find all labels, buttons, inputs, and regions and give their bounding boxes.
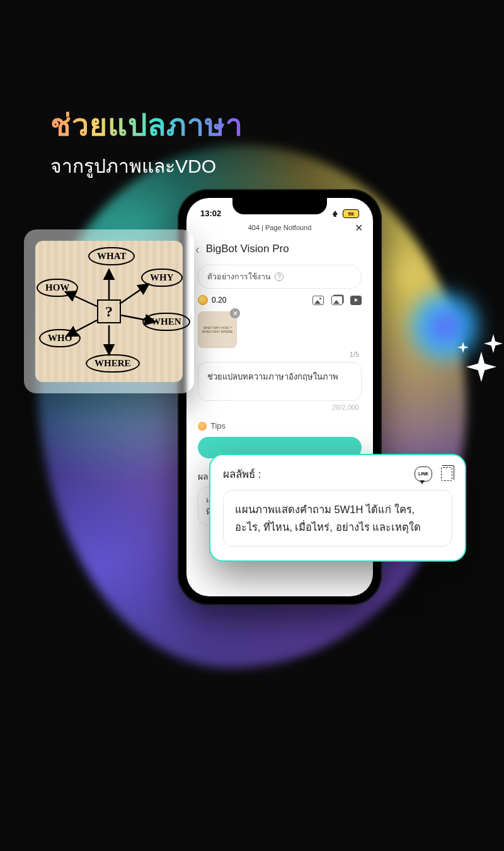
- status-time: 13:02: [200, 209, 221, 218]
- remove-image-icon[interactable]: ✕: [230, 308, 240, 318]
- example-usage-label: ตัวอย่างการใช้งาน: [207, 270, 271, 283]
- prompt-input[interactable]: ช่วยแปลบทความภาษาอังกฤษในภาพ: [198, 362, 362, 401]
- prompt-text: ช่วยแปลบทความภาษาอังกฤษในภาพ: [207, 372, 338, 381]
- share-line-icon[interactable]: LINE: [415, 466, 432, 482]
- hero-headline: ช่วยแปลภาษา จากรูปภาพและVDO: [50, 101, 243, 181]
- copy-icon[interactable]: [441, 467, 452, 481]
- close-icon[interactable]: ✕: [355, 222, 363, 234]
- node-where: WHERE: [86, 354, 140, 373]
- app-header: ‹ BigBot Vision Pro: [186, 236, 373, 262]
- example-usage-button[interactable]: ตัวอย่างการใช้งาน ?: [198, 265, 362, 289]
- lightbulb-icon: [198, 422, 207, 431]
- coin-icon: [198, 295, 208, 305]
- app-title: BigBot Vision Pro: [206, 243, 289, 255]
- upload-video-icon[interactable]: [350, 296, 362, 305]
- thumbnail-content: WHAT WHY HOW ? WHEN WHO WHERE: [198, 326, 236, 333]
- window-title: 404 | Page Notfound: [248, 224, 312, 231]
- result-card-title: ผลลัพธ์ :: [223, 465, 261, 482]
- window-title-row: 404 | Page Notfound ✕: [186, 219, 373, 236]
- sparkle-glow: [407, 289, 483, 364]
- back-icon[interactable]: ‹: [195, 242, 200, 257]
- hero-subtitle: จากรูปภาพและVDO: [50, 151, 243, 181]
- tips-label: Tips: [210, 421, 226, 431]
- node-who: WHO: [39, 329, 81, 347]
- hero-title: ช่วยแปลภาษา: [50, 101, 243, 149]
- diagram-5w1h: ? WHAT WHY WHEN WHERE WHO HOW: [35, 241, 183, 382]
- diagram-center: ?: [97, 299, 121, 323]
- credit-and-media-row: 0.20: [198, 295, 362, 305]
- wifi-icon: [331, 211, 340, 217]
- upload-gallery-icon[interactable]: [331, 296, 343, 305]
- node-how: HOW: [37, 279, 78, 297]
- uploaded-image-thumbnail[interactable]: ✕ WHAT WHY HOW ? WHEN WHO WHERE: [198, 311, 237, 348]
- svg-line-1: [120, 285, 147, 304]
- upload-image-icon[interactable]: [312, 296, 324, 305]
- node-what: WHAT: [88, 247, 135, 265]
- credit-value: 0.20: [212, 296, 226, 304]
- tips-row: Tips: [198, 421, 362, 431]
- sparkle-badge: [407, 289, 483, 364]
- help-icon: ?: [275, 272, 284, 281]
- image-counter: 1/5: [200, 350, 359, 358]
- node-when: WHEN: [142, 313, 190, 331]
- phone-notch: [232, 198, 327, 214]
- node-why: WHY: [141, 269, 183, 287]
- char-counter: 28/2,000: [200, 403, 359, 411]
- result-card-body: แผนภาพแสดงคำถาม 5W1H ได้แก่ ใคร, อะไร, ท…: [223, 490, 452, 547]
- result-card: ผลลัพธ์ : LINE แผนภาพแสดงคำถาม 5W1H ได้แ…: [209, 454, 466, 562]
- battery-indicator: 59: [343, 209, 359, 218]
- diagram-card: ? WHAT WHY WHEN WHERE WHO HOW: [24, 229, 194, 393]
